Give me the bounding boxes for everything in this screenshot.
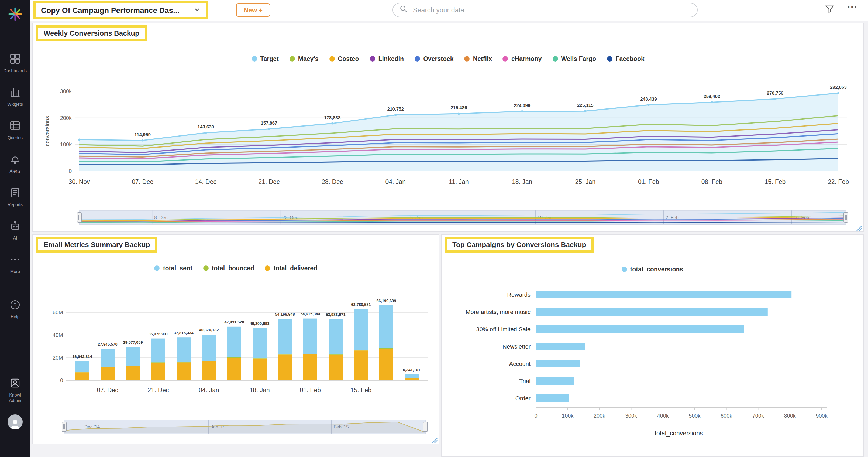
svg-text:29,577,059: 29,577,059 [123, 340, 143, 344]
new-button[interactable]: New + [236, 3, 270, 17]
legend-item[interactable]: Macy's [289, 56, 319, 62]
legend-item[interactable]: total_delivered [265, 265, 317, 272]
sidebar-item-reports[interactable]: Reports [0, 180, 30, 214]
sidebar-item-help[interactable]: ? Help [0, 296, 30, 323]
sidebar-item-label: AI [13, 235, 17, 241]
svg-text:62,780,581: 62,780,581 [351, 303, 371, 307]
svg-text:600k: 600k [720, 413, 733, 419]
svg-text:40M: 40M [53, 332, 63, 338]
svg-text:?: ? [14, 302, 17, 308]
svg-text:143,630: 143,630 [197, 124, 214, 130]
svg-text:300k: 300k [60, 88, 72, 94]
svg-text:54,166,948: 54,166,948 [275, 312, 294, 316]
svg-text:total_conversions: total_conversions [655, 430, 703, 437]
dashboards-icon [9, 53, 21, 67]
search-bar [393, 3, 698, 17]
search-input[interactable] [412, 6, 691, 14]
queries-icon [9, 119, 21, 134]
sidebar-menu: Dashboards Widgets Queries [0, 47, 30, 281]
top-bar: Copy Of Campaign Performance Das... New … [30, 0, 868, 21]
sidebar-item-alerts[interactable]: Alerts [0, 147, 30, 180]
widget-title-highlight: Top Campaigns by Conversions Backup [445, 237, 594, 253]
legend-item[interactable]: total_sent [154, 265, 192, 272]
search-icon [400, 5, 408, 15]
svg-text:215,486: 215,486 [451, 105, 467, 110]
svg-text:Account: Account [509, 361, 531, 367]
more-options-icon[interactable]: ⋯ [847, 1, 858, 13]
widget-title: Top Campaigns by Conversions Backup [452, 240, 586, 249]
sidebar-item-label: More [10, 269, 20, 274]
help-icon: ? [9, 298, 21, 313]
svg-text:08. Feb: 08. Feb [702, 178, 722, 185]
svg-text:Newsletter: Newsletter [502, 343, 530, 350]
svg-text:100k: 100k [60, 141, 72, 147]
knowi-dashboard-app: Dashboards Widgets Queries [0, 0, 868, 457]
sidebar-item-more[interactable]: More [0, 247, 30, 281]
svg-text:258,402: 258,402 [704, 94, 720, 99]
sidebar-item-widgets[interactable]: Widgets [0, 80, 30, 113]
widget-title-highlight: Weekly Conversions Backup [36, 25, 147, 41]
top-campaigns-chart: RewardsMore artists, more music30% off L… [447, 281, 857, 445]
legend-item[interactable]: total_bounced [203, 265, 254, 272]
svg-text:27,945,570: 27,945,570 [98, 342, 117, 346]
reports-icon [9, 187, 21, 200]
legend-item[interactable]: LinkedIn [370, 56, 404, 62]
sidebar: Dashboards Widgets Queries [0, 0, 30, 457]
sidebar-item-label: Knowi Admin [5, 393, 25, 403]
email-chart-navigator[interactable]: Dec '14Jan '15Feb '15 [39, 417, 433, 439]
legend-item[interactable]: Facebook [607, 56, 644, 62]
sidebar-item-dashboards[interactable]: Dashboards [0, 47, 30, 80]
svg-text:46,200,883: 46,200,883 [250, 321, 269, 325]
svg-text:07. Dec: 07. Dec [97, 387, 118, 394]
sidebar-item-ai[interactable]: AI [0, 214, 30, 247]
svg-text:114,959: 114,959 [134, 132, 151, 137]
legend-item[interactable]: Costco [330, 56, 359, 62]
svg-text:0: 0 [60, 377, 63, 383]
sidebar-item-label: Queries [7, 135, 23, 141]
legend-item[interactable]: Overstock [414, 56, 454, 62]
svg-text:30% off Limited Sale: 30% off Limited Sale [476, 326, 530, 333]
svg-text:400k: 400k [657, 413, 669, 419]
svg-text:Rewards: Rewards [507, 291, 530, 298]
svg-text:07. Dec: 07. Dec [132, 178, 153, 185]
legend-item[interactable]: Wells Fargo [552, 56, 596, 62]
svg-text:01. Feb: 01. Feb [638, 178, 659, 185]
weekly-conversions-chart: 0100k200k300k30. Nov07. Dec14. Dec21. De… [41, 71, 854, 196]
svg-text:200k: 200k [60, 115, 72, 121]
dashboard-title-dropdown[interactable]: Copy Of Campaign Performance Das... [33, 1, 208, 20]
chart-legend: TargetMacy'sCostcoLinkedInOverstockNetfl… [33, 56, 863, 62]
filter-icon[interactable] [825, 4, 835, 16]
svg-text:700k: 700k [752, 413, 764, 419]
svg-text:18. Jan: 18. Jan [249, 387, 270, 394]
svg-text:11. Jan: 11. Jan [449, 178, 469, 185]
widgets-icon [9, 86, 21, 100]
weekly-chart-navigator[interactable]: 8. Dec22. Dec5. Jan19. Jan2. Feb16. Feb [41, 208, 854, 229]
svg-text:47,431,520: 47,431,520 [224, 320, 244, 324]
svg-text:157,867: 157,867 [261, 121, 277, 126]
svg-text:270,756: 270,756 [767, 91, 783, 96]
svg-text:21. Dec: 21. Dec [258, 178, 280, 185]
knowi-logo[interactable] [7, 6, 23, 22]
svg-text:300k: 300k [625, 413, 637, 419]
sidebar-item-knowi-admin[interactable]: Knowi Admin [0, 374, 30, 406]
svg-text:Trial: Trial [519, 378, 530, 384]
chevron-down-icon [193, 5, 200, 15]
more-icon [9, 253, 21, 267]
alerts-icon [9, 153, 21, 167]
user-avatar[interactable] [7, 415, 23, 429]
resize-handle-icon[interactable] [856, 224, 862, 230]
legend-item[interactable]: Target [251, 56, 279, 62]
sidebar-item-queries[interactable]: Queries [0, 113, 30, 147]
svg-text:292,863: 292,863 [830, 85, 846, 90]
ai-icon [9, 220, 21, 234]
svg-text:100k: 100k [562, 413, 574, 419]
svg-text:21. Dec: 21. Dec [148, 387, 169, 394]
svg-text:22. Feb: 22. Feb [828, 178, 849, 185]
legend-item[interactable]: total_conversions [622, 266, 683, 273]
resize-handle-icon[interactable] [431, 436, 438, 442]
sidebar-item-label: Widgets [7, 102, 23, 107]
svg-text:0: 0 [534, 413, 537, 419]
legend-item[interactable]: Netflix [464, 56, 492, 62]
svg-text:14. Dec: 14. Dec [195, 178, 216, 185]
legend-item[interactable]: eHarmony [503, 56, 542, 62]
